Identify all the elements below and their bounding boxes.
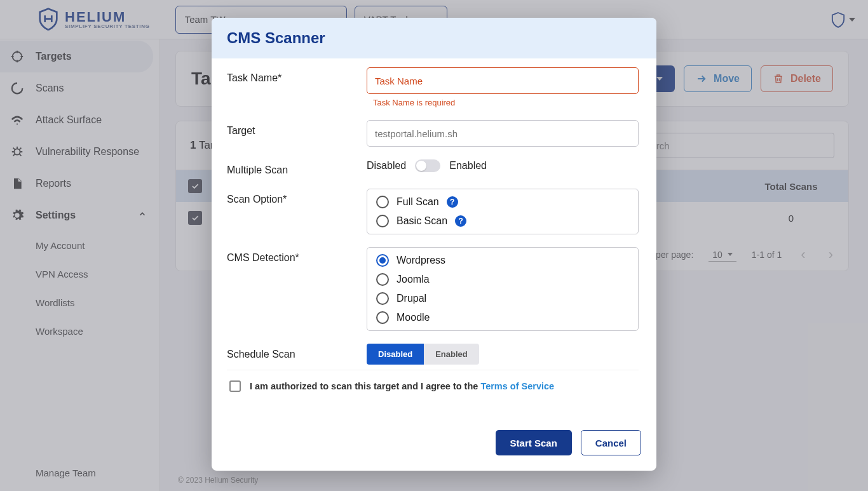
cms-scanner-modal: CMS Scanner Task Name* Task Name is requ…	[212, 18, 656, 471]
help-icon[interactable]: ?	[455, 215, 466, 227]
task-name-input[interactable]	[367, 67, 639, 94]
radio-icon	[376, 311, 389, 324]
radio-icon	[376, 273, 389, 286]
authorize-text: I am authorized to scan this target and …	[250, 381, 480, 391]
schedule-disabled-option[interactable]: Disabled	[367, 344, 424, 365]
radio-icon	[376, 292, 389, 305]
multiscan-disabled-text: Disabled	[367, 160, 406, 172]
target-label: Target	[227, 120, 354, 147]
scan-option-group: Full Scan ? Basic Scan ?	[367, 189, 639, 234]
scan-option-basic[interactable]: Basic Scan ?	[376, 215, 629, 227]
task-name-error: Task Name is required	[373, 98, 639, 107]
scan-option-label: Scan Option*	[227, 189, 354, 234]
cancel-button[interactable]: Cancel	[581, 430, 641, 455]
cms-option-drupal[interactable]: Drupal	[376, 292, 629, 305]
cms-detection-group: Wordpress Joomla Drupal Moodle	[367, 247, 639, 331]
task-name-label: Task Name*	[227, 67, 354, 107]
cms-option-moodle[interactable]: Moodle	[376, 311, 629, 324]
authorize-row: I am authorized to scan this target and …	[227, 370, 639, 403]
radio-icon	[376, 196, 389, 208]
terms-of-service-link[interactable]: Terms of Service	[480, 381, 554, 391]
help-icon[interactable]: ?	[447, 196, 458, 208]
scan-option-full[interactable]: Full Scan ?	[376, 196, 629, 208]
cms-option-wordpress[interactable]: Wordpress	[376, 254, 629, 267]
cms-option-joomla[interactable]: Joomla	[376, 273, 629, 286]
multiscan-enabled-text: Enabled	[449, 160, 487, 172]
radio-icon	[376, 215, 389, 227]
cms-detection-label: CMS Detection*	[227, 247, 354, 331]
schedule-enabled-option[interactable]: Enabled	[424, 344, 479, 365]
schedule-scan-label: Schedule Scan	[227, 344, 354, 365]
authorize-checkbox[interactable]	[229, 380, 241, 392]
multiscan-toggle[interactable]	[415, 159, 440, 172]
schedule-toggle[interactable]: Disabled Enabled	[367, 344, 479, 365]
target-input[interactable]	[367, 120, 639, 147]
multiple-scan-label: Multiple Scan	[227, 159, 354, 176]
radio-icon	[376, 254, 389, 267]
start-scan-button[interactable]: Start Scan	[496, 430, 572, 455]
modal-title: CMS Scanner	[212, 18, 656, 58]
